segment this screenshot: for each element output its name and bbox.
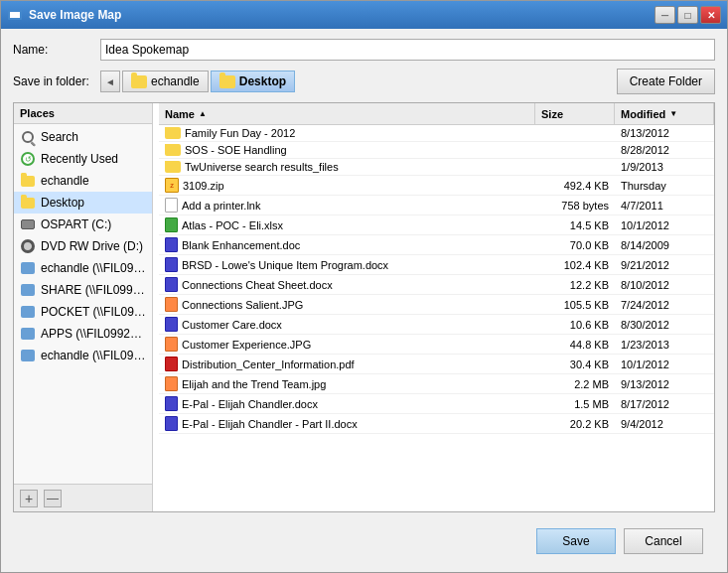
file-name-cell: Customer Experience.JPG	[159, 337, 535, 352]
name-row: Name:	[13, 39, 715, 61]
place-item-recently-used[interactable]: ↺Recently Used	[14, 148, 152, 170]
file-size-cell: 20.2 KB	[535, 418, 615, 430]
files-list: Family Fun Day - 2012 8/13/2012 SOS - SO…	[159, 125, 714, 434]
file-modified-cell: 8/14/2009	[615, 239, 714, 251]
file-modified-cell: 9/13/2012	[615, 378, 714, 390]
file-modified-cell: 1/9/2013	[615, 161, 714, 173]
dialog-body: Name: Save in folder: ◄ echandle Desktop…	[1, 29, 727, 572]
place-item-pocket[interactable]: POCKET (\\FIL0992M...	[14, 301, 152, 323]
table-row[interactable]: TwUniverse search results_files 1/9/2013	[159, 159, 714, 176]
table-row[interactable]: Customer Care.docx 10.6 KB 8/30/2012	[159, 315, 714, 335]
table-row[interactable]: Distribution_Center_Information.pdf 30.4…	[159, 355, 714, 374]
name-label: Name:	[13, 43, 92, 57]
place-item-echandle[interactable]: echandle	[14, 170, 152, 192]
place-item-search[interactable]: Search	[14, 126, 152, 148]
files-panel: Name ▲ Size Modified ▼	[159, 103, 714, 511]
table-row[interactable]: SOS - SOE Handling 8/28/2012	[159, 142, 714, 159]
place-item-desktop[interactable]: Desktop	[14, 192, 152, 214]
files-scroll-area[interactable]: Family Fun Day - 2012 8/13/2012 SOS - SO…	[159, 125, 714, 511]
table-row[interactable]: Family Fun Day - 2012 8/13/2012	[159, 125, 714, 142]
network-icon	[20, 348, 36, 363]
file-modified-cell: 8/17/2012	[615, 398, 714, 410]
nav-back-button[interactable]: ◄	[100, 71, 120, 92]
places-header: Places	[14, 103, 152, 124]
table-row[interactable]: Add a printer.lnk 758 bytes 4/7/2011	[159, 196, 714, 215]
desktop-icon	[20, 195, 36, 211]
file-name-cell: E-Pal - Elijah Chandler - Part II.docx	[159, 416, 535, 431]
create-folder-button[interactable]: Create Folder	[617, 69, 715, 94]
file-modified-cell: 9/4/2012	[615, 418, 714, 430]
col-header-size[interactable]: Size	[535, 103, 615, 124]
folder-icon	[20, 173, 36, 189]
file-modified-cell: 9/21/2012	[615, 259, 714, 271]
file-name-cell: E-Pal - Elijah Chandler.docx	[159, 396, 535, 411]
title-bar: Save Image Map ─ □ ✕	[1, 1, 727, 29]
sort-arrow-modified: ▼	[669, 109, 677, 118]
folder-icon	[131, 75, 147, 88]
file-size-cell: 1.5 MB	[535, 398, 615, 410]
files-header: Name ▲ Size Modified ▼	[159, 103, 714, 125]
file-modified-cell: 8/28/2012	[615, 144, 714, 156]
file-name-cell: Z 3109.zip	[159, 178, 535, 193]
sort-arrow-name: ▲	[199, 109, 207, 118]
table-row[interactable]: Atlas - POC - Eli.xlsx 14.5 KB 10/1/2012	[159, 215, 714, 235]
place-item-share[interactable]: SHARE (\\FIL0992MP...	[14, 279, 152, 301]
table-row[interactable]: Connections Salient.JPG 105.5 KB 7/24/20…	[159, 295, 714, 315]
file-name-cell: Customer Care.docx	[159, 317, 535, 332]
close-button[interactable]: ✕	[700, 6, 721, 24]
table-row[interactable]: Customer Experience.JPG 44.8 KB 1/23/201…	[159, 335, 714, 355]
table-row[interactable]: BRSD - Lowe's Unique Item Program.docx 1…	[159, 255, 714, 275]
file-modified-cell: 1/23/2013	[615, 339, 714, 351]
folder-label: Save in folder:	[13, 74, 92, 88]
table-row[interactable]: Blank Enhancement.doc 70.0 KB 8/14/2009	[159, 235, 714, 255]
cancel-button[interactable]: Cancel	[624, 528, 703, 554]
file-size-cell: 2.2 MB	[535, 378, 615, 390]
drive-icon	[20, 216, 36, 232]
place-item-echandle2[interactable]: echandle (\\FIL0992...	[14, 257, 152, 279]
file-name-cell: Elijah and the Trend Team.jpg	[159, 376, 535, 391]
main-area: Places Search↺Recently UsedechandleDeskt…	[13, 102, 715, 512]
file-size-cell: 70.0 KB	[535, 239, 615, 251]
file-name-cell: Blank Enhancement.doc	[159, 237, 535, 252]
network-icon	[20, 304, 36, 320]
breadcrumb-echandle[interactable]: echandle	[122, 71, 209, 92]
svg-rect-1	[10, 12, 20, 18]
name-input[interactable]	[100, 39, 715, 61]
table-row[interactable]: Connections Cheat Sheet.docx 12.2 KB 8/1…	[159, 275, 714, 295]
table-row[interactable]: E-Pal - Elijah Chandler - Part II.docx 2…	[159, 414, 714, 434]
file-name-cell: Family Fun Day - 2012	[159, 127, 535, 139]
file-size-cell: 12.2 KB	[535, 279, 615, 291]
place-item-apps[interactable]: APPS (\\FIL0992MP0...	[14, 323, 152, 345]
file-modified-cell: 7/24/2012	[615, 299, 714, 311]
network-icon	[20, 282, 36, 298]
file-name-cell: Add a printer.lnk	[159, 198, 535, 213]
window-controls: ─ □ ✕	[655, 6, 721, 24]
folder-icon	[219, 75, 235, 88]
save-button[interactable]: Save	[536, 528, 616, 554]
table-row[interactable]: Elijah and the Trend Team.jpg 2.2 MB 9/1…	[159, 374, 714, 394]
file-size-cell: 14.5 KB	[535, 219, 615, 231]
place-item-ospart[interactable]: OSPART (C:)	[14, 214, 152, 235]
network-icon	[20, 326, 36, 342]
col-header-name[interactable]: Name ▲	[159, 103, 535, 124]
file-name-cell: TwUniverse search results_files	[159, 161, 535, 173]
remove-place-button[interactable]: —	[44, 490, 62, 507]
file-name-cell: Connections Cheat Sheet.docx	[159, 277, 535, 292]
folder-row: Save in folder: ◄ echandle Desktop Creat…	[13, 69, 715, 94]
maximize-button[interactable]: □	[677, 6, 698, 24]
add-place-button[interactable]: +	[20, 490, 38, 507]
table-row[interactable]: Z 3109.zip 492.4 KB Thursday	[159, 176, 714, 196]
places-panel: Places Search↺Recently UsedechandleDeskt…	[14, 103, 153, 511]
col-header-modified[interactable]: Modified ▼	[615, 103, 714, 124]
file-size-cell: 492.4 KB	[535, 180, 615, 192]
file-modified-cell: 10/1/2012	[615, 358, 714, 370]
place-item-dvd[interactable]: DVD RW Drive (D:)	[14, 235, 152, 257]
breadcrumb-desktop[interactable]: Desktop	[211, 71, 295, 92]
file-modified-cell: 8/10/2012	[615, 279, 714, 291]
file-name-cell: Distribution_Center_Information.pdf	[159, 357, 535, 371]
place-item-echandle3[interactable]: echandle (\\FIL0992...	[14, 345, 152, 366]
table-row[interactable]: E-Pal - Elijah Chandler.docx 1.5 MB 8/17…	[159, 394, 714, 414]
minimize-button[interactable]: ─	[655, 6, 675, 24]
file-modified-cell: 4/7/2011	[615, 200, 714, 212]
file-size-cell: 758 bytes	[535, 200, 615, 212]
